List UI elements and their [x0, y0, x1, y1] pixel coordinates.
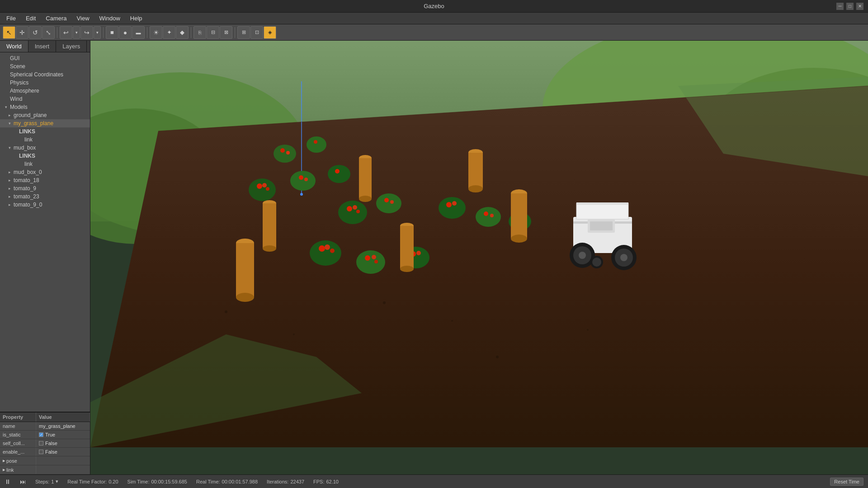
viewport[interactable]: ⬜ 📈 ⏺ 🎥 — [90, 41, 868, 474]
tool-redo-dropdown[interactable]: ▾ — [94, 26, 101, 39]
tool-select[interactable]: ↖ — [3, 26, 15, 39]
steps-dropdown[interactable]: ▾ — [56, 479, 58, 484]
menu-window[interactable]: Window — [95, 14, 125, 23]
tool-delete[interactable]: ⊠ — [220, 26, 232, 39]
tool-scale[interactable]: ⤡ — [42, 26, 55, 39]
prop-val-enable[interactable]: False — [36, 448, 90, 456]
tool-sphere[interactable]: ● — [119, 26, 132, 39]
tool-point-light[interactable]: ✦ — [163, 26, 175, 39]
svg-point-86 — [496, 356, 499, 358]
svg-point-39 — [310, 240, 341, 266]
tabs-row: World Insert Layers — [0, 41, 90, 52]
prop-key-link: ▸ link — [0, 465, 36, 474]
tool-view[interactable]: ◈ — [264, 26, 276, 39]
close-button[interactable]: ✕ — [856, 3, 863, 10]
tree-wind[interactable]: Wind — [0, 95, 90, 103]
tree-link-1[interactable]: link — [0, 136, 90, 144]
tree-mud-box[interactable]: ▾ mud_box — [0, 144, 90, 152]
tree-link-2[interactable]: link — [0, 160, 90, 168]
property-col-header: Property — [0, 413, 36, 422]
prop-row-name: name my_grass_plane — [0, 422, 90, 431]
tool-directional-light[interactable]: ☀ — [150, 26, 162, 39]
tool-box[interactable]: ■ — [106, 26, 118, 39]
enable-checkbox[interactable] — [39, 450, 43, 454]
tool-translate[interactable]: ✛ — [16, 26, 28, 39]
tool-rotate[interactable]: ↺ — [29, 26, 42, 39]
tree-tomato-9-0[interactable]: ▸ tomato_9_0 — [0, 201, 90, 209]
tool-spot-light[interactable]: ◆ — [176, 26, 189, 39]
prop-val-self-coll[interactable]: False — [36, 439, 90, 447]
svg-point-28 — [376, 193, 401, 213]
tool-undo[interactable]: ↩ — [60, 26, 72, 39]
maximize-button[interactable]: □ — [846, 3, 854, 10]
self-coll-checkbox[interactable] — [39, 441, 43, 446]
svg-point-55 — [359, 196, 372, 202]
prop-row-pose[interactable]: ▸ pose — [0, 456, 90, 465]
tree-atmosphere[interactable]: Atmosphere — [0, 87, 90, 95]
svg-point-36 — [490, 214, 494, 217]
tree-tomato-9[interactable]: ▸ tomato_9 — [0, 184, 90, 192]
minimize-button[interactable]: ─ — [836, 3, 844, 10]
real-time-label: Real Time: — [196, 479, 220, 484]
expand-icon-links-1 — [13, 129, 17, 134]
svg-point-40 — [319, 245, 325, 252]
is-static-checkbox[interactable]: ✓ — [39, 432, 43, 437]
main-area: World Insert Layers GUI Scene Spherical … — [0, 41, 868, 474]
tree-physics[interactable]: Physics — [0, 79, 90, 87]
tree-tomato-18[interactable]: ▸ tomato_18 — [0, 176, 90, 184]
tab-insert[interactable]: Insert — [28, 41, 57, 52]
tool-paste[interactable]: ⊟ — [207, 26, 219, 39]
tree-scene[interactable]: Scene — [0, 62, 90, 70]
tool-align[interactable]: ⊞ — [237, 26, 250, 39]
svg-point-25 — [347, 206, 352, 211]
real-time-factor-indicator: Real Time Factor: 0.20 — [67, 479, 118, 484]
svg-rect-81 — [590, 221, 613, 230]
svg-point-44 — [365, 255, 370, 261]
tool-undo-dropdown[interactable]: ▾ — [73, 26, 80, 39]
expand-icon-ground-plane: ▸ — [7, 113, 12, 117]
tool-cylinder[interactable]: ▬ — [132, 26, 145, 39]
scene-viewport[interactable] — [90, 41, 868, 474]
tree-models[interactable]: ▾ Models — [0, 103, 90, 111]
reset-time-button[interactable]: Reset Time — [830, 478, 863, 486]
tree-mud-box-0[interactable]: ▸ mud_box_0 — [0, 168, 90, 176]
tab-layers[interactable]: Layers — [56, 41, 87, 52]
step-button[interactable]: ⏭ — [20, 478, 26, 485]
sim-time-value: 00:00:15:59.685 — [151, 479, 187, 484]
svg-rect-70 — [576, 203, 628, 219]
tab-world[interactable]: World — [0, 41, 28, 52]
menu-view[interactable]: View — [72, 14, 94, 23]
prop-row-link[interactable]: ▸ link — [0, 465, 90, 474]
menu-camera[interactable]: Camera — [41, 14, 71, 23]
pause-button[interactable]: ⏸ — [5, 478, 11, 485]
svg-point-67 — [400, 266, 414, 272]
tool-copy[interactable]: ⎘ — [193, 26, 206, 39]
prop-val-is-static[interactable]: ✓ True — [36, 431, 90, 439]
menu-edit[interactable]: Edit — [21, 14, 40, 23]
tree-gui[interactable]: GUI — [0, 54, 90, 62]
sim-time-indicator: Sim Time: 00:00:15:59.685 — [127, 479, 187, 484]
fps-value: 62.10 — [326, 479, 339, 484]
svg-rect-57 — [511, 193, 527, 239]
svg-point-32 — [446, 202, 452, 207]
tool-redo[interactable]: ↪ — [80, 26, 93, 39]
sim-time-label: Sim Time: — [127, 479, 150, 484]
steps-value: 1 — [51, 479, 54, 484]
menu-help[interactable]: Help — [126, 14, 147, 23]
prop-key-self-coll: self_coll... — [0, 439, 36, 447]
expand-icon-links-2 — [13, 154, 17, 158]
tool-snap[interactable]: ⊡ — [250, 26, 263, 39]
tree-ground-plane[interactable]: ▸ ground_plane — [0, 111, 90, 119]
expand-icon-link-1 — [18, 137, 23, 142]
prop-key-enable: enable_... — [0, 448, 36, 456]
tree-links-1[interactable]: LINKS — [0, 127, 90, 136]
tree-spherical-coordinates[interactable]: Spherical Coordinates — [0, 70, 90, 79]
svg-rect-60 — [263, 203, 276, 249]
svg-point-19 — [290, 171, 316, 191]
tree-links-2[interactable]: LINKS — [0, 152, 90, 160]
tree-my-grass-plane[interactable]: ▾ my_grass_plane — [0, 119, 90, 127]
menu-file[interactable]: File — [2, 14, 20, 23]
tree-tomato-23[interactable]: ▸ tomato_23 — [0, 192, 90, 201]
svg-point-74 — [579, 252, 586, 259]
svg-point-30 — [390, 200, 394, 204]
